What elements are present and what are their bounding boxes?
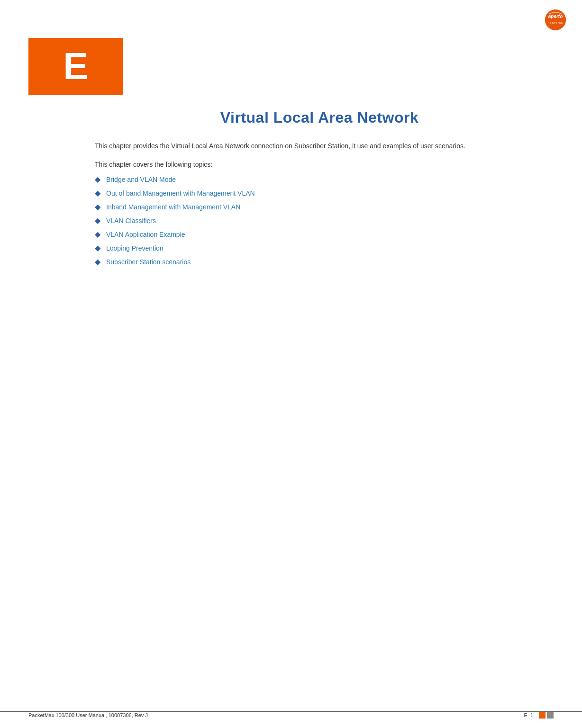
list-item: ◆ Subscriber Station scenarios bbox=[95, 257, 544, 266]
list-item: ◆ VLAN Classifiers bbox=[95, 216, 544, 225]
topic-link-2[interactable]: Inband Management with Management VLAN bbox=[106, 203, 240, 211]
footer-left-text: PacketMax 100/300 User Manual, 10007306,… bbox=[28, 712, 148, 718]
footer-square-gray bbox=[547, 712, 554, 719]
intro-paragraph1: This chapter provides the Virtual Local … bbox=[95, 141, 544, 151]
topic-link-6[interactable]: Subscriber Station scenarios bbox=[106, 258, 191, 266]
svg-text:networks: networks bbox=[548, 21, 563, 24]
topic-link-5[interactable]: Looping Prevention bbox=[106, 244, 164, 252]
content-area: Virtual Local Area Network This chapter … bbox=[95, 109, 554, 271]
list-item: ◆ Bridge and VLAN Mode bbox=[95, 175, 544, 184]
footer-square-orange bbox=[539, 712, 546, 719]
page-title: Virtual Local Area Network bbox=[95, 109, 544, 126]
diamond-icon-1: ◆ bbox=[95, 189, 100, 198]
topic-link-1[interactable]: Out of band Management with Management V… bbox=[106, 189, 255, 197]
diamond-icon-5: ◆ bbox=[95, 243, 100, 252]
topic-link-0[interactable]: Bridge and VLAN Mode bbox=[106, 176, 176, 183]
logo-circle: aperto networks bbox=[545, 9, 566, 30]
footer-page-number: E–1 bbox=[524, 712, 533, 718]
footer-squares bbox=[539, 712, 554, 719]
diamond-icon-0: ◆ bbox=[95, 175, 100, 184]
chapter-block: E bbox=[28, 38, 123, 95]
diamond-icon-2: ◆ bbox=[95, 202, 100, 211]
covers-text: This chapter covers the following topics… bbox=[95, 161, 544, 168]
diamond-icon-4: ◆ bbox=[95, 230, 100, 239]
list-item: ◆ Looping Prevention bbox=[95, 243, 544, 252]
topic-link-3[interactable]: VLAN Classifiers bbox=[106, 217, 156, 225]
logo-area: aperto networks bbox=[511, 9, 568, 35]
diamond-icon-6: ◆ bbox=[95, 257, 100, 266]
topic-link-4[interactable]: VLAN Application Example bbox=[106, 231, 185, 238]
list-item: ◆ VLAN Application Example bbox=[95, 230, 544, 239]
svg-text:aperto: aperto bbox=[548, 14, 563, 19]
list-item: ◆ Out of band Management with Management… bbox=[95, 189, 544, 198]
footer-right: E–1 bbox=[524, 712, 554, 719]
aperto-logo: aperto networks bbox=[511, 9, 567, 32]
topics-list: ◆ Bridge and VLAN Mode ◆ Out of band Man… bbox=[95, 175, 544, 266]
diamond-icon-3: ◆ bbox=[95, 216, 100, 225]
list-item: ◆ Inband Management with Management VLAN bbox=[95, 202, 544, 211]
chapter-letter: E bbox=[63, 45, 88, 88]
footer: PacketMax 100/300 User Manual, 10007306,… bbox=[0, 711, 582, 719]
